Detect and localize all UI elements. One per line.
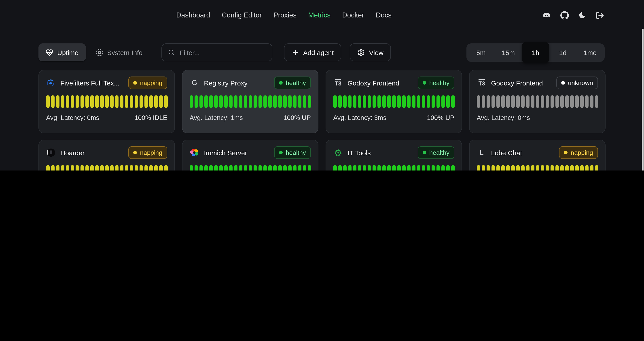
uptime-bar <box>100 95 104 108</box>
card-header: LLobe Chatnapping <box>477 147 598 158</box>
uptime-bar <box>432 165 435 171</box>
uptime-card[interactable]: HoardernappingAvg. Latency: 0ms100% IDLE <box>38 140 175 171</box>
uptime-bar <box>516 165 520 171</box>
uptime-bar <box>234 165 238 171</box>
github-icon[interactable] <box>560 11 569 20</box>
uptime-bar <box>190 95 193 108</box>
moon-icon[interactable] <box>578 11 586 19</box>
uptime-bar <box>521 95 524 108</box>
nav-item-dashboard[interactable]: Dashboard <box>176 11 210 19</box>
uptime-bar <box>144 95 148 108</box>
uptime-bar <box>372 95 376 108</box>
fivefilters-icon <box>46 78 56 88</box>
uptime-bar <box>194 165 198 171</box>
uptime-card[interactable]: T3Godoxy FrontendhealthyAvg. Latency: 3m… <box>326 70 462 133</box>
filter-box <box>161 44 272 61</box>
uptime-card[interactable]: Fivefilters Full Tex...nappingAvg. Laten… <box>38 70 175 133</box>
uptime-bar <box>164 95 168 108</box>
uptime-card[interactable]: T3Godoxy FrontendunknownAvg. Latency: 0m… <box>469 70 606 133</box>
uptime-bar <box>51 165 54 171</box>
filter-input[interactable] <box>179 48 270 57</box>
service-name: Lobe Chat <box>491 149 554 156</box>
uptime-bar <box>486 165 490 171</box>
avg-latency: Avg. Latency: 0ms <box>46 114 99 121</box>
service-name: Godoxy Frontend <box>348 79 413 87</box>
uptime-bar <box>61 95 64 108</box>
nav-item-proxies[interactable]: Proxies <box>274 11 296 19</box>
uptime-card[interactable]: LLobe ChatnappingAvg. Latency: 0ms100% I… <box>469 140 606 171</box>
uptime-bar <box>209 165 213 171</box>
uptime-bar <box>482 165 485 171</box>
app-root: DashboardConfig EditorProxiesMetricsDock… <box>0 0 644 171</box>
time-range-1mo[interactable]: 1mo <box>576 43 604 62</box>
tab-system-info[interactable]: System Info <box>88 44 150 61</box>
uptime-bar <box>56 165 60 171</box>
uptime-bar <box>541 95 544 108</box>
uptime-bar <box>526 95 530 108</box>
uptime-bar <box>56 95 60 108</box>
uptime-bar <box>194 95 198 108</box>
uptime-bar <box>417 95 420 108</box>
time-range-15m[interactable]: 15m <box>495 43 522 62</box>
uptime-bar <box>387 165 391 171</box>
uptime-bar <box>219 165 223 171</box>
uptime-percentage: 100% UP <box>427 114 454 121</box>
uptime-bar <box>159 165 163 171</box>
uptime-bar <box>363 95 366 108</box>
status-badge: napping <box>559 146 598 159</box>
view-button[interactable]: View <box>350 44 391 61</box>
uptime-card[interactable]: Immich ServerhealthyAvg. Latency: 65ms10… <box>182 140 318 171</box>
logout-icon[interactable] <box>596 11 604 20</box>
uptime-bar <box>46 95 50 108</box>
nav-item-docker[interactable]: Docker <box>342 11 364 19</box>
nav-item-docs[interactable]: Docs <box>376 11 392 19</box>
uptime-bar <box>130 95 133 108</box>
tab-uptime[interactable]: Uptime <box>38 44 86 61</box>
service-name: Fivefilters Full Tex... <box>60 79 124 87</box>
uptime-bars <box>477 165 598 171</box>
uptime-bar <box>382 95 386 108</box>
uptime-bar <box>496 165 500 171</box>
uptime-bar <box>412 95 416 108</box>
uptime-bar <box>110 95 114 108</box>
avg-latency: Avg. Latency: 0ms <box>477 114 530 121</box>
tab-system-info-label: System Info <box>107 49 142 56</box>
nav-item-config-editor[interactable]: Config Editor <box>222 11 262 19</box>
t3-icon: T3 <box>333 78 343 88</box>
uptime-card[interactable]: ⚙IT ToolshealthyAvg. Latency: 0ms100% UP <box>326 140 462 171</box>
status-badge: napping <box>128 77 167 89</box>
add-agent-button[interactable]: Add agent <box>284 44 341 61</box>
uptime-bar <box>353 165 356 171</box>
uptime-bars <box>333 165 454 171</box>
uptime-bar <box>200 95 203 108</box>
uptime-card[interactable]: GRegistry ProxyhealthyAvg. Latency: 1ms1… <box>182 70 318 133</box>
uptime-bars <box>46 95 167 108</box>
uptime-bar <box>110 165 114 171</box>
uptime-bar <box>372 165 376 171</box>
uptime-bar <box>219 95 223 108</box>
time-range-5m[interactable]: 5m <box>467 43 495 62</box>
uptime-bar <box>134 165 138 171</box>
scrollbar[interactable] <box>642 29 644 171</box>
uptime-bar <box>382 165 386 171</box>
uptime-bar <box>550 165 554 171</box>
uptime-bar <box>209 95 213 108</box>
status-label: napping <box>140 79 162 86</box>
time-range-1d[interactable]: 1d <box>549 43 576 62</box>
uptime-bar <box>422 165 425 171</box>
status-dot-icon <box>279 151 283 154</box>
uptime-bar <box>249 95 252 108</box>
time-range-1h[interactable]: 1h <box>522 42 549 63</box>
uptime-bar <box>595 165 598 171</box>
uptime-bar <box>482 95 485 108</box>
nav-item-metrics[interactable]: Metrics <box>308 11 330 19</box>
uptime-bar <box>86 165 89 171</box>
uptime-bar <box>105 95 109 108</box>
hoarder-icon <box>46 148 56 158</box>
uptime-bar <box>580 95 584 108</box>
uptime-bar <box>190 165 193 171</box>
uptime-bar <box>258 165 262 171</box>
uptime-bar <box>125 165 128 171</box>
uptime-bar <box>407 95 410 108</box>
discord-icon[interactable] <box>542 11 551 20</box>
